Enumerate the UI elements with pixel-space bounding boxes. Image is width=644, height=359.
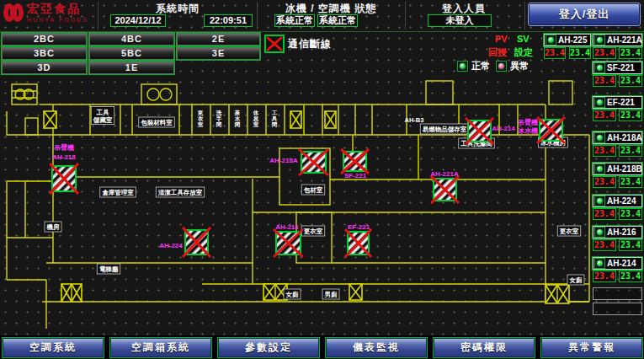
equipment-icon[interactable]: AH-221A	[430, 170, 459, 203]
svg-text:女廁: 女廁	[569, 276, 583, 284]
hmi-screen: 宏亞食品 HUNYA FOODS 系統時間 2024/12/12 22:09:5…	[0, 0, 644, 359]
unit-tag-ef-221[interactable]: EF-221	[593, 96, 642, 109]
equipment-icon[interactable]: AH-224	[159, 228, 210, 257]
floor-button-3bc[interactable]: 3BC	[2, 47, 87, 60]
floor-button-1e[interactable]: 1E	[89, 62, 174, 74]
system-date-value: 2024/12/12	[110, 14, 166, 27]
normal-legend: 正常	[457, 60, 490, 72]
unit-pv-value: 23.4	[593, 208, 616, 220]
header-bar: 宏亞食品 HUNYA FOODS 系統時間 2024/12/12 22:09:5…	[0, 0, 644, 32]
floor-button-2bc[interactable]: 2BC	[2, 33, 87, 46]
nav-param-settings-button[interactable]: 參數設定	[218, 338, 319, 357]
unit-tag-ah-216[interactable]: AH-216	[593, 226, 642, 238]
unit-tag-sf-221[interactable]: SF-221	[593, 62, 642, 74]
unit-status-led-icon	[594, 97, 605, 108]
floorplan-svg: 工具儲藏室包裝材料室更衣室洗手間茶水間休息室工具間AH-B3易燃物品儲存室工具洗…	[0, 74, 593, 337]
equipment-tag-label: AH-218A	[269, 157, 298, 164]
equipment-icon[interactable]: 吊臂機冰水機	[518, 117, 565, 143]
unit-sv-value: 23.4	[619, 271, 642, 282]
room-label: 包裝材料室	[139, 117, 175, 127]
room-label: 工具間	[271, 110, 278, 128]
equipment-tag-label: AH-214	[492, 125, 515, 132]
unit-tag-ah-218a[interactable]: AH-218A	[593, 131, 642, 144]
unit-sv-value: 23.4	[619, 110, 642, 121]
nav-ahu-system-button[interactable]: 空調箱系統	[110, 338, 211, 357]
unit-status-led-icon	[594, 258, 605, 269]
equipment-icon[interactable]: AH-214	[466, 118, 515, 144]
room-label: 男廁	[322, 289, 339, 299]
empty-slot	[593, 303, 642, 315]
unit-status-led-icon	[594, 62, 605, 73]
unit-name: AH-218A	[607, 133, 642, 142]
unit-pv-value: 23.4	[593, 176, 616, 188]
system-time-value: 22:09:51	[204, 14, 253, 27]
equipment-icon[interactable]: 吊臂機AH-218	[50, 143, 78, 194]
room-label: 倉庫管理室	[100, 187, 136, 197]
svg-text:易燃物品儲存室: 易燃物品儲存室	[422, 126, 467, 133]
normal-led-icon	[457, 61, 468, 72]
svg-text:洗手間: 洗手間	[216, 110, 222, 128]
room-label: 更衣室	[301, 226, 325, 236]
unit-status-led-icon	[594, 132, 605, 143]
svg-text:電梯廳: 電梯廳	[99, 265, 119, 273]
floor-button-3d[interactable]: 3D	[2, 62, 87, 74]
equipment-icon[interactable]: SF-221	[341, 149, 369, 180]
stair-icon	[349, 284, 362, 300]
nav-ac-system-button[interactable]: 空調系統	[3, 338, 104, 357]
sv-header: SV	[517, 34, 530, 44]
svg-text:更衣室: 更衣室	[304, 228, 323, 235]
room-label: 洗手間	[216, 110, 222, 128]
equipment-tag-label: SF-221	[344, 172, 367, 180]
floor-button-2e[interactable]: 2E	[177, 33, 260, 46]
room-label: 女廁	[567, 275, 584, 285]
unit-tag-ah-224[interactable]: AH-224	[593, 195, 642, 207]
abnormal-label: 異常	[510, 60, 529, 72]
unit-tag-ah-218b[interactable]: AH-218B	[593, 163, 642, 175]
room-label: 更衣室	[557, 226, 581, 236]
unit-tag-ah-214[interactable]: AH-214	[593, 257, 642, 270]
svg-text:男廁: 男廁	[324, 291, 338, 298]
unit-tag-ah-225[interactable]: AH-225	[544, 34, 591, 46]
svg-text:包裝材料室: 包裝材料室	[140, 119, 173, 126]
login-logout-button[interactable]: 登入/登出	[529, 3, 640, 25]
stair-icon	[325, 111, 336, 128]
unit-name: SF-221	[607, 63, 635, 72]
room-label: 易燃物品儲存室	[420, 124, 469, 134]
unit-status-led-icon	[546, 35, 556, 46]
unit-name: AH-216	[607, 228, 636, 237]
svg-text:包材室: 包材室	[303, 186, 323, 194]
floor-button-3e[interactable]: 3E	[177, 47, 260, 60]
unit-sv-value: 23.4	[619, 239, 642, 251]
unit-name: AH-224	[607, 196, 636, 206]
unit-name: AH-214	[607, 259, 636, 268]
equipment-icon[interactable]: AH-218A	[269, 149, 328, 175]
pv-header: PV	[495, 34, 508, 44]
unit-pv-value: 23.4	[593, 75, 616, 87]
equipment-tag-label: AH-221A	[430, 170, 459, 178]
unit-sv-value: 23.4	[619, 75, 642, 87]
unit-sv-value: 23.4	[619, 47, 642, 59]
floor-button-4bc[interactable]: 4BC	[89, 33, 174, 46]
floor-button-5bc[interactable]: 5BC	[89, 47, 174, 60]
equipment-tag-label: 吊臂機	[518, 118, 538, 126]
ahu-status-value: 系統正常	[317, 14, 358, 27]
equipment-icon[interactable]: AH-216	[274, 223, 303, 257]
unit-name: AH-218B	[607, 164, 642, 174]
header-divider	[97, 2, 98, 29]
svg-text:工具間: 工具間	[271, 110, 278, 128]
unit-pv-value: 23.4	[593, 271, 616, 282]
equipment-tag-label: AH-218	[52, 153, 76, 161]
room-labels-layer: 工具儲藏室包裝材料室更衣室洗手間茶水間休息室工具間AH-B3易燃物品儲存室工具洗…	[45, 107, 584, 300]
unit-name: AH-221A	[607, 35, 642, 45]
nav-alarm-button[interactable]: 異常警報	[541, 338, 642, 357]
nav-password-auth-button[interactable]: 密碼權限	[434, 338, 535, 357]
equipment-icon[interactable]: EF-221	[345, 223, 371, 257]
nav-meter-monitor-button[interactable]: 儀表監視	[326, 338, 427, 357]
unit-tag-ah-221a[interactable]: AH-221A	[593, 34, 642, 46]
brand-name: 宏亞食品	[27, 3, 88, 14]
room-label: 更衣室	[197, 110, 204, 127]
abnormal-led-icon	[496, 61, 507, 72]
equipment-tag-label: AH-224	[159, 242, 183, 249]
company-logo: 宏亞食品 HUNYA FOODS	[3, 3, 88, 23]
login-state-value: 未登入	[428, 14, 492, 27]
